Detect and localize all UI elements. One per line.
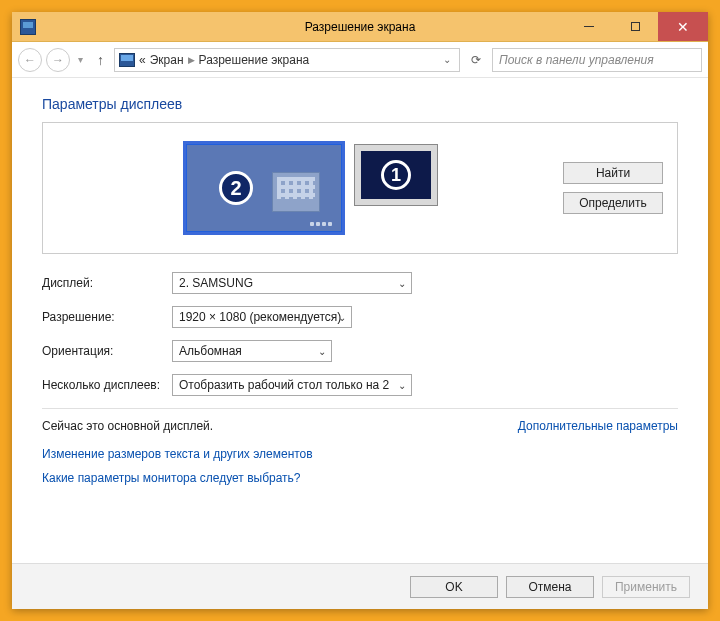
chevron-down-icon: ⌄: [338, 312, 346, 323]
address-bar[interactable]: « Экран ▶ Разрешение экрана ⌄: [114, 48, 460, 72]
chevron-down-icon: ⌄: [398, 278, 406, 289]
preview-side-buttons: Найти Определить: [563, 162, 663, 214]
footer: OK Отмена Применить: [12, 563, 708, 609]
display-preview: 2 1 Найти Определить: [42, 122, 678, 254]
navbar: ← → ▾ ↑ « Экран ▶ Разрешение экрана ⌄ ⟳ …: [12, 42, 708, 78]
search-input[interactable]: Поиск в панели управления: [492, 48, 702, 72]
up-button[interactable]: ↑: [91, 52, 110, 68]
chevron-right-icon: ▶: [188, 55, 195, 65]
monitor-2-badge: 2: [219, 171, 253, 205]
settings-form: Дисплей: 2. SAMSUNG ⌄ Разрешение: 1920 ×…: [42, 272, 678, 396]
status-row: Сейчас это основной дисплей. Дополнитель…: [42, 419, 678, 433]
monitor-arrangement[interactable]: 2 1: [57, 141, 563, 235]
chevron-down-icon: ⌄: [318, 346, 326, 357]
orientation-select[interactable]: Альбомная ⌄: [172, 340, 332, 362]
resolution-value: 1920 × 1080 (рекомендуется): [179, 310, 341, 324]
titlebar: Разрешение экрана ✕: [12, 12, 708, 42]
taskbar-preview-icon: [272, 172, 320, 212]
display-value: 2. SAMSUNG: [179, 276, 253, 290]
tray-dots: [310, 222, 332, 226]
forward-button[interactable]: →: [46, 48, 70, 72]
cancel-button[interactable]: Отмена: [506, 576, 594, 598]
chevron-down-icon: ⌄: [398, 380, 406, 391]
multiple-displays-value: Отобразить рабочий стол только на 2: [179, 378, 389, 392]
monitor-2[interactable]: 2: [183, 141, 345, 235]
primary-display-status: Сейчас это основной дисплей.: [42, 419, 213, 433]
orientation-value: Альбомная: [179, 344, 242, 358]
window: Разрешение экрана ✕ ← → ▾ ↑ « Экран ▶ Ра…: [12, 12, 708, 609]
search-placeholder: Поиск в панели управления: [499, 53, 654, 67]
orientation-label: Ориентация:: [42, 344, 172, 358]
advanced-settings-link[interactable]: Дополнительные параметры: [518, 419, 678, 433]
history-dropdown[interactable]: ▾: [74, 54, 87, 65]
resolution-select[interactable]: 1920 × 1080 (рекомендуется) ⌄: [172, 306, 352, 328]
breadcrumb-prefix: «: [139, 53, 146, 67]
display-select[interactable]: 2. SAMSUNG ⌄: [172, 272, 412, 294]
apply-button[interactable]: Применить: [602, 576, 690, 598]
ok-button[interactable]: OK: [410, 576, 498, 598]
help-links: Изменение размеров текста и других элеме…: [42, 447, 678, 485]
monitor-1[interactable]: 1: [355, 145, 437, 205]
address-dropdown[interactable]: ⌄: [439, 54, 455, 65]
divider: [42, 408, 678, 409]
monitor-help-link[interactable]: Какие параметры монитора следует выбрать…: [42, 471, 678, 485]
multiple-displays-label: Несколько дисплеев:: [42, 378, 172, 392]
refresh-button[interactable]: ⟳: [464, 48, 488, 72]
window-title: Разрешение экрана: [12, 20, 708, 34]
text-size-link[interactable]: Изменение размеров текста и других элеме…: [42, 447, 678, 461]
monitor-1-badge: 1: [381, 160, 411, 190]
back-button[interactable]: ←: [18, 48, 42, 72]
breadcrumb-l2[interactable]: Разрешение экрана: [199, 53, 310, 67]
page-heading: Параметры дисплеев: [42, 96, 678, 112]
monitor-icon: [119, 53, 135, 67]
content: Параметры дисплеев 2 1 Найти Определить: [12, 78, 708, 563]
resolution-label: Разрешение:: [42, 310, 172, 324]
multiple-displays-select[interactable]: Отобразить рабочий стол только на 2 ⌄: [172, 374, 412, 396]
identify-button[interactable]: Определить: [563, 192, 663, 214]
breadcrumb-l1[interactable]: Экран: [150, 53, 184, 67]
detect-button[interactable]: Найти: [563, 162, 663, 184]
display-label: Дисплей:: [42, 276, 172, 290]
